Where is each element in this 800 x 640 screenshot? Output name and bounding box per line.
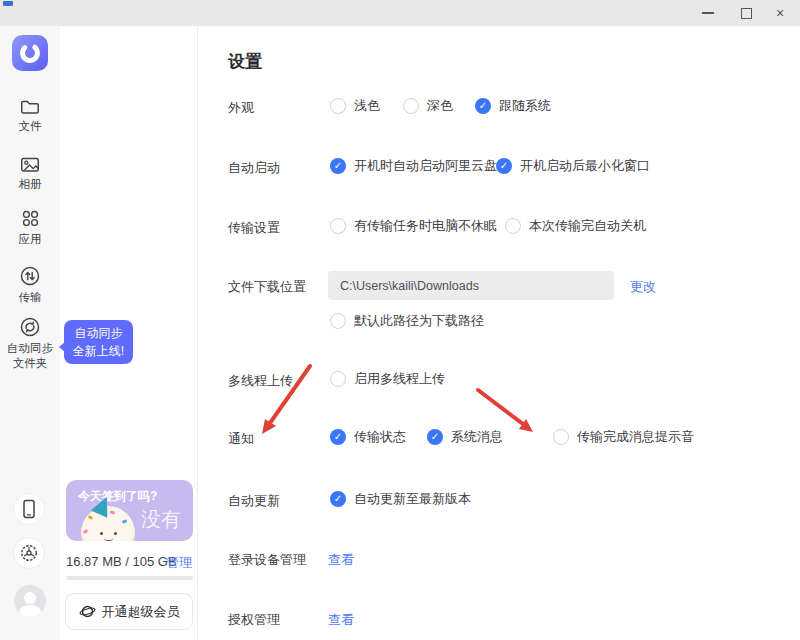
option-label: 开机启动后最小化窗口 [520, 157, 650, 175]
checkbox-icon: ✓ [330, 429, 346, 445]
apps-icon [20, 208, 41, 229]
sidebar-item-label: 相册 [0, 177, 60, 192]
option-label: 传输完成消息提示音 [577, 428, 694, 446]
checkbox-icon: ✓ [496, 158, 512, 174]
sidebar-item-transfer[interactable]: 传输 [0, 265, 60, 305]
download-path-input[interactable] [328, 271, 614, 300]
maximize-icon [741, 8, 752, 19]
super-member-button[interactable]: 开通超级会员 [65, 593, 193, 630]
auto-sync-tooltip: 自动同步 全新上线! [64, 320, 133, 364]
change-path-link[interactable]: 更改 [630, 278, 656, 296]
avatar-head [24, 592, 36, 604]
option-label: 深色 [427, 97, 453, 115]
sidebar-item-label: 传输 [0, 290, 60, 305]
radio-icon: ✓ [475, 98, 491, 114]
app-window: × 文件 相册 应用 [0, 0, 800, 640]
option-autostart-on-boot[interactable]: ✓ 开机时自动启动阿里云盘 [330, 157, 497, 175]
checkbox-icon: ✓ [427, 429, 443, 445]
view-authorization-link[interactable]: 查看 [328, 611, 354, 629]
mobile-app-button[interactable] [13, 493, 45, 525]
maximize-button[interactable] [728, 0, 764, 26]
checkbox-icon [553, 429, 569, 445]
storage-manage-link[interactable]: 管理 [166, 554, 192, 572]
option-label: 系统消息 [451, 428, 503, 446]
option-enable-multithread-upload[interactable]: 启用多线程上传 [330, 370, 445, 388]
tooltip-line1: 自动同步 [75, 324, 123, 342]
folder-icon [19, 97, 41, 116]
tooltip-line2: 全新上线! [73, 342, 124, 360]
sidebar-item-auto-sync-folder[interactable]: 自动同步 文件夹 [0, 316, 60, 371]
gear-icon [19, 543, 39, 563]
option-label: 启用多线程上传 [354, 370, 445, 388]
close-icon: × [776, 5, 784, 21]
row-label-multithread: 多线程上传 [228, 372, 293, 390]
option-label: 跟随系统 [499, 97, 551, 115]
row-label-auto-update: 自动更新 [228, 492, 280, 510]
storage-usage: 16.87 MB / 105 GB [66, 554, 177, 569]
sidebar-item-files[interactable]: 文件 [0, 97, 60, 134]
storage-progress-bar [66, 576, 193, 580]
avatar[interactable] [14, 585, 46, 617]
panel-divider [197, 26, 198, 640]
row-label-appearance: 外观 [228, 99, 254, 117]
option-label: 默认此路径为下载路径 [354, 312, 484, 330]
checkbox-icon [330, 218, 346, 234]
promo-answer: 没有 [141, 506, 181, 533]
option-label: 本次传输完自动关机 [529, 217, 646, 235]
checkbox-icon: ✓ [330, 491, 346, 507]
sidebar-item-label-line2: 文件夹 [0, 356, 60, 371]
checkbox-icon: ✓ [330, 158, 346, 174]
option-label: 开机时自动启动阿里云盘 [354, 157, 497, 175]
page-title: 设置 [228, 50, 262, 73]
row-label-download-location: 文件下载位置 [228, 278, 306, 296]
option-label: 浅色 [354, 97, 380, 115]
option-transfer-status[interactable]: ✓ 传输状态 [330, 428, 406, 446]
radio-icon [330, 313, 346, 329]
option-shutdown-after-transfer[interactable]: 本次传输完自动关机 [505, 217, 646, 235]
radio-icon [403, 98, 419, 114]
option-transfer-complete-sound[interactable]: 传输完成消息提示音 [553, 428, 694, 446]
option-default-download-path[interactable]: 默认此路径为下载路径 [330, 312, 484, 330]
option-label: 有传输任务时电脑不休眠 [354, 217, 497, 235]
sprinkle [110, 511, 115, 515]
close-button[interactable]: × [762, 0, 798, 26]
option-follow-system[interactable]: ✓ 跟随系统 [475, 97, 551, 115]
option-label: 自动更新至最新版本 [354, 490, 471, 508]
option-system-message[interactable]: ✓ 系统消息 [427, 428, 503, 446]
sidebar-item-label: 自动同步 [0, 341, 60, 356]
option-auto-update-latest[interactable]: ✓ 自动更新至最新版本 [330, 490, 471, 508]
option-light-theme[interactable]: 浅色 [330, 97, 380, 115]
row-label-transfer: 传输设置 [228, 219, 280, 237]
signin-promo-card[interactable]: 今天签到了吗? 没有 [66, 480, 193, 541]
row-label-autostart: 自动启动 [228, 159, 280, 177]
cloud-drive-logo-icon [15, 38, 45, 68]
super-vip-icon [79, 603, 96, 620]
sidebar-item-label: 文件 [0, 119, 60, 134]
row-label-device-management: 登录设备管理 [228, 551, 306, 569]
sync-folder-icon [19, 316, 41, 338]
radio-icon [330, 98, 346, 114]
option-dark-theme[interactable]: 深色 [403, 97, 453, 115]
super-member-label: 开通超级会员 [102, 603, 180, 621]
option-minimize-after-boot[interactable]: ✓ 开机启动后最小化窗口 [496, 157, 650, 175]
row-label-authorization: 授权管理 [228, 611, 280, 629]
settings-button[interactable] [13, 537, 45, 569]
sidebar-item-apps[interactable]: 应用 [0, 208, 60, 247]
option-no-sleep-during-transfer[interactable]: 有传输任务时电脑不休眠 [330, 217, 497, 235]
minimize-icon [702, 12, 714, 14]
app-logo[interactable] [12, 35, 48, 71]
checkbox-icon [505, 218, 521, 234]
row-label-notification: 通知 [228, 430, 254, 448]
transfer-icon [19, 265, 41, 287]
phone-icon [21, 499, 37, 519]
titlebar-app-icon [3, 1, 13, 6]
view-devices-link[interactable]: 查看 [328, 551, 354, 569]
option-label: 传输状态 [354, 428, 406, 446]
radio-icon [330, 371, 346, 387]
sidebar-item-label: 应用 [0, 232, 60, 247]
photos-icon [19, 155, 41, 174]
minimize-button[interactable] [690, 0, 726, 26]
sidebar-item-photos[interactable]: 相册 [0, 155, 60, 192]
red-arrow-to-sound-checkbox [478, 390, 533, 432]
promo-question: 今天签到了吗? [78, 488, 157, 505]
